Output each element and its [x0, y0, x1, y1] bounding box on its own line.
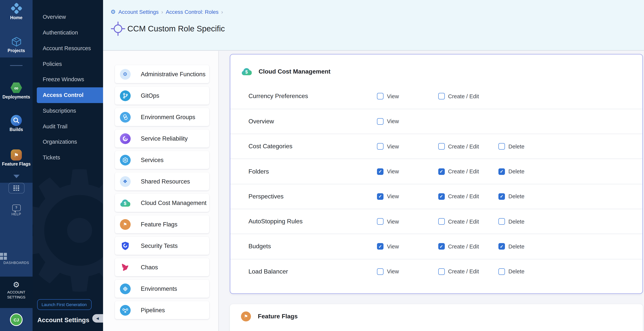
permission-create-edit: ✓Create / Edit: [438, 243, 479, 250]
permission-row: OverviewView: [230, 109, 642, 134]
category-shared-resources[interactable]: ❖ Shared Resources: [115, 172, 209, 190]
rail-item-profile[interactable]: CJ: [0, 314, 32, 326]
projects-cube-icon: [0, 36, 32, 47]
checkbox-unchecked[interactable]: [498, 143, 505, 150]
sidebar-item-policies[interactable]: Policies: [32, 56, 103, 72]
rail-item-home[interactable]: Home: [0, 3, 32, 20]
category-gitops[interactable]: GitOps: [115, 86, 209, 104]
permission-create-edit: ✓Create / Edit: [438, 193, 479, 200]
category-chaos[interactable]: Chaos: [115, 258, 209, 276]
sidebar-collapse-button[interactable]: ◀: [92, 314, 103, 322]
permission-row: AutoStopping RulesViewCreate / EditDelet…: [230, 209, 642, 234]
launch-first-generation-button[interactable]: Launch First Generation: [37, 299, 91, 310]
checkbox-unchecked[interactable]: [438, 268, 444, 275]
checkbox-checked[interactable]: ✓: [377, 193, 384, 200]
category-security-tests[interactable]: Security Tests: [115, 237, 209, 255]
category-administrative-functions[interactable]: ⚙ Administrative Functions: [115, 65, 209, 83]
checkbox-checked[interactable]: ✓: [438, 193, 444, 200]
rail-item-builds[interactable]: Builds: [0, 115, 32, 132]
category-service-reliability[interactable]: Service Reliability: [115, 130, 209, 148]
checkbox-unchecked[interactable]: [438, 93, 444, 100]
checkbox-checked[interactable]: ✓: [438, 168, 444, 175]
category-environments[interactable]: Environments: [115, 280, 209, 298]
category-services[interactable]: Services: [115, 151, 209, 169]
checkbox-unchecked[interactable]: [498, 268, 505, 275]
checkbox-checked[interactable]: ✓: [498, 193, 505, 200]
svg-text:$: $: [124, 201, 126, 206]
sidebar-item-freeze-windows[interactable]: Freeze Windows: [32, 72, 103, 87]
sidebar-item-subscriptions[interactable]: Subscriptions: [32, 103, 103, 118]
rail-item-account-settings[interactable]: ⚙ ACCOUNT SETTINGS: [0, 280, 32, 300]
checkbox-label: View: [387, 93, 399, 99]
rail-item-label: HELP: [0, 212, 32, 216]
rail-item-label: Deployments: [0, 95, 32, 99]
permissions-panel-feature-flags: ⚑ Feature Flags: [230, 304, 643, 331]
checkbox-checked[interactable]: ✓: [498, 243, 505, 250]
category-environment-groups[interactable]: Environment Groups: [115, 108, 209, 126]
permission-name: Budgets: [248, 243, 271, 250]
rail-item-label: ACCOUNT SETTINGS: [4, 290, 29, 300]
rail-item-dashboards[interactable]: DASHBOARDS: [0, 253, 32, 265]
category-cloud-cost-management[interactable]: $ Cloud Cost Management: [115, 194, 209, 212]
rail-item-label: Builds: [0, 127, 32, 132]
sidebar-item-account-resources[interactable]: Account Resources: [32, 40, 103, 56]
checkbox-checked[interactable]: ✓: [498, 168, 505, 175]
sidebar-item-label: Access Control: [43, 92, 84, 98]
checkbox-unchecked[interactable]: [377, 143, 384, 150]
gear-glyph: ⚙: [13, 280, 20, 289]
permission-name: Folders: [248, 168, 269, 175]
home-icon: [0, 3, 32, 14]
checkbox-label: View: [387, 218, 399, 224]
checkbox-unchecked[interactable]: [377, 118, 384, 125]
rail-item-projects[interactable]: Projects: [0, 36, 32, 53]
sidebar-item-label: Audit Trail: [43, 123, 68, 129]
category-pipelines[interactable]: Pipelines: [115, 301, 209, 319]
checkbox-label: View: [387, 194, 399, 200]
sidebar-title: Account Settings: [37, 316, 89, 324]
checkbox-unchecked[interactable]: [438, 218, 444, 225]
flag-glyph: ⚑: [123, 222, 127, 227]
sidebar-item-audit-trail[interactable]: Audit Trail: [32, 118, 103, 134]
feature-flags-category-icon: ⚑: [120, 219, 130, 230]
rail-item-feature-flags[interactable]: ⚑ Feature Flags: [0, 150, 32, 166]
checkbox-checked[interactable]: ✓: [377, 168, 384, 175]
permission-delete: Delete: [498, 218, 524, 225]
checkbox-label: Delete: [508, 244, 524, 250]
security-tests-icon: [120, 240, 130, 251]
rail-item-deployments[interactable]: ∞ Deployments: [0, 82, 32, 99]
checkbox-unchecked[interactable]: [377, 218, 384, 225]
chevron-down-icon[interactable]: [13, 175, 19, 178]
permission-row: Currency PreferencesViewCreate / Edit: [230, 84, 642, 109]
category-feature-flags[interactable]: ⚑ Feature Flags: [115, 215, 209, 233]
permission-view: ✓View: [377, 193, 399, 200]
sidebar-item-organizations[interactable]: Organizations: [32, 134, 103, 150]
sidebar-item-tickets[interactable]: Tickets: [32, 150, 103, 166]
modules-grid-button[interactable]: [8, 183, 24, 194]
checkbox-unchecked[interactable]: [438, 143, 444, 150]
sidebar-item-access-control[interactable]: Access Control: [37, 87, 103, 103]
page-header: ⚙ Account Settings › Access Control: Rol…: [103, 0, 644, 50]
breadcrumb-separator-icon: ›: [221, 9, 223, 15]
checkbox-checked[interactable]: ✓: [438, 243, 444, 250]
rail-item-help[interactable]: ? HELP: [0, 204, 32, 216]
infinity-glyph: ∞: [14, 84, 18, 91]
checkbox-unchecked[interactable]: [498, 218, 505, 225]
rail-item-label: Home: [0, 15, 32, 20]
administrative-functions-icon: ⚙: [120, 69, 130, 80]
sidebar-item-authentication[interactable]: Authentication: [32, 25, 103, 40]
category-label: Environments: [141, 285, 177, 292]
checkbox-checked[interactable]: ✓: [377, 243, 384, 250]
breadcrumb-account-settings[interactable]: Account Settings: [118, 9, 158, 15]
gear-glyph: ⚙: [123, 71, 127, 77]
checkbox-unchecked[interactable]: [377, 268, 384, 275]
gear-icon: ⚙: [0, 280, 32, 289]
category-label: Cloud Cost Management: [141, 200, 206, 206]
category-label: Pipelines: [141, 307, 165, 314]
page-title: CCM Custom Role Specific: [128, 24, 225, 33]
checkbox-unchecked[interactable]: [377, 93, 384, 100]
sidebar-item-overview[interactable]: Overview: [32, 9, 103, 25]
dashboards-icon: [0, 253, 32, 260]
checkbox-label: View: [387, 143, 399, 150]
checkbox-label: Create / Edit: [448, 244, 479, 250]
breadcrumb-access-control-roles[interactable]: Access Control: Roles: [166, 9, 218, 15]
